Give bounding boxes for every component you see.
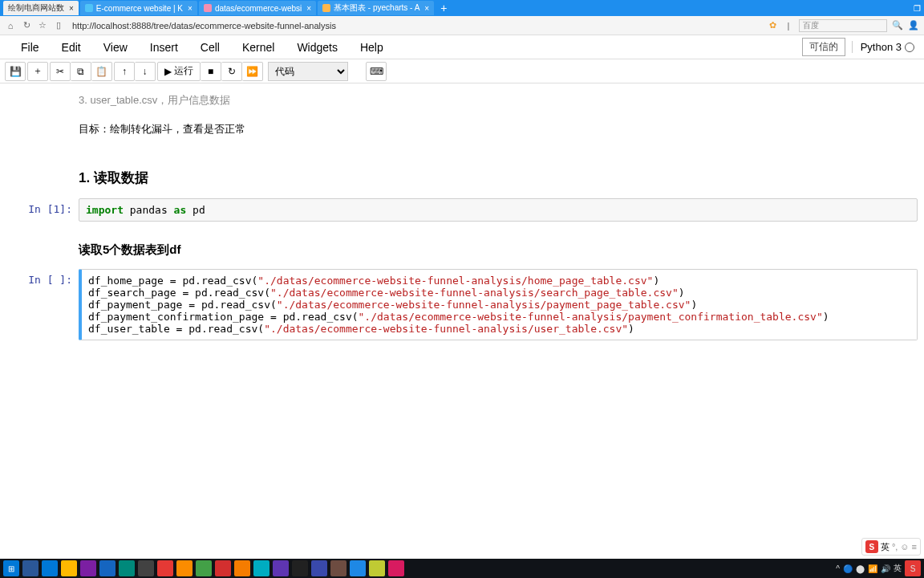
move-down-button[interactable]: ↓ (135, 62, 156, 81)
shield-icon[interactable]: ▯ (53, 20, 64, 31)
notebook-area[interactable]: 3. user_table.csv，用户信息数据 目标：绘制转化漏斗，查看是否正… (0, 83, 924, 559)
task-item[interactable] (176, 560, 192, 576)
close-icon[interactable]: × (69, 4, 74, 13)
task-item[interactable] (119, 560, 135, 576)
tray-icon[interactable]: ⬤ (856, 564, 865, 573)
tab-label: 绘制电商网站数 (8, 2, 64, 14)
task-item[interactable] (292, 560, 308, 576)
code-cell[interactable]: In [1]: import pandas as pd (6, 198, 918, 222)
restart-run-all-button[interactable]: ⏩ (242, 62, 263, 81)
task-item[interactable] (330, 560, 346, 576)
menu-help[interactable]: Help (349, 38, 395, 57)
page-icon (204, 4, 212, 12)
close-icon[interactable]: × (424, 4, 429, 13)
markdown-cell[interactable]: 读取5个数据表到df (6, 225, 918, 266)
tray-volume-icon[interactable]: 🔊 (881, 564, 890, 573)
code-text: ) (653, 275, 659, 287)
task-item[interactable] (234, 560, 250, 576)
tray-ime-icon[interactable]: 英 (894, 563, 902, 574)
menu-view[interactable]: View (92, 38, 139, 57)
code-text: pd (186, 204, 205, 216)
edge-icon[interactable] (42, 560, 58, 576)
command-palette-button[interactable]: ⌨ (366, 62, 387, 81)
menu-cell[interactable]: Cell (189, 38, 231, 57)
browser-address-bar: ⌂ ↻ ☆ ▯ http://localhost:8888/tree/datas… (0, 16, 924, 35)
task-item[interactable] (196, 560, 212, 576)
close-icon[interactable]: × (188, 4, 192, 13)
restart-button[interactable]: ↻ (221, 62, 242, 81)
menu-widgets[interactable]: Widgets (286, 38, 349, 57)
run-button[interactable]: ▶ 运行 (157, 62, 201, 81)
browser-tab[interactable]: datas/ecommerce-websi × (199, 1, 316, 15)
ime-lang: 英 (881, 541, 890, 553)
paste-button[interactable]: 📋 (91, 62, 112, 81)
string: "./datas/ecommerce-website-funnel-analys… (359, 311, 823, 323)
task-item[interactable] (369, 560, 385, 576)
task-item[interactable] (311, 560, 327, 576)
start-button[interactable]: ⊞ (3, 560, 19, 576)
move-up-button[interactable]: ↑ (114, 62, 135, 81)
browser-tab[interactable]: 基本图表 - pyecharts - A × (318, 1, 434, 15)
task-item[interactable] (253, 560, 270, 576)
jupyter-menubar: File Edit View Insert Cell Kernel Widget… (0, 35, 924, 59)
tray-icon[interactable]: 🔵 (843, 564, 853, 573)
home-icon[interactable]: ⌂ (5, 20, 16, 31)
ime-punct-icon: °, (892, 542, 898, 552)
search-icon[interactable]: 🔍 (892, 20, 903, 31)
task-item[interactable] (157, 560, 173, 576)
ime-indicator[interactable]: S 英 °, ☺ ≡ (861, 538, 921, 556)
cut-button[interactable]: ✂ (50, 62, 71, 81)
tray-sogou-icon[interactable]: S (905, 560, 921, 576)
task-item[interactable] (388, 560, 404, 576)
code-text: ) (823, 311, 829, 323)
menu-file[interactable]: File (10, 38, 51, 57)
celltype-select[interactable]: 代码 (268, 62, 348, 81)
system-tray[interactable]: ^ 🔵 ⬤ 📶 🔊 英 S (836, 560, 921, 576)
save-button[interactable]: 💾 (5, 62, 26, 81)
windows-taskbar: ⊞ ^ 🔵 ⬤ 📶 🔊 英 S (0, 559, 924, 578)
tray-network-icon[interactable]: 📶 (868, 564, 877, 573)
interrupt-button[interactable]: ■ (201, 62, 221, 81)
code-text: pandas (124, 204, 174, 216)
tab-label: datas/ecommerce-websi (215, 4, 302, 13)
cell-prompt (6, 225, 79, 266)
code-input[interactable]: df_home_page = pd.read_csv("./datas/ecom… (79, 269, 918, 340)
code-input[interactable]: import pandas as pd (79, 198, 918, 222)
menu-kernel[interactable]: Kernel (231, 38, 286, 57)
task-item[interactable] (22, 560, 38, 576)
refresh-icon[interactable]: ↻ (21, 20, 32, 31)
copy-button[interactable]: ⧉ (71, 62, 91, 81)
subsection-heading: 读取5个数据表到df (79, 242, 918, 258)
star-icon[interactable]: ☆ (37, 20, 48, 31)
task-item[interactable] (99, 560, 116, 576)
code-cell-selected[interactable]: In [ ]: df_home_page = pd.read_csv("./da… (6, 269, 918, 340)
task-item[interactable] (350, 560, 366, 576)
close-icon[interactable]: × (306, 4, 311, 13)
markdown-cell[interactable]: 3. user_table.csv，用户信息数据 目标：绘制转化漏斗，查看是否正… (6, 87, 918, 195)
page-icon (85, 4, 93, 12)
menu-edit[interactable]: Edit (51, 38, 92, 57)
extension-icon[interactable]: ✿ (767, 20, 778, 31)
task-item[interactable] (215, 560, 231, 576)
ime-emoji-icon: ☺ (900, 542, 909, 552)
browser-tab[interactable]: E-commerce website | K × (80, 1, 197, 15)
url-input[interactable]: http://localhost:8888/tree/datas/ecommer… (69, 21, 762, 31)
task-item[interactable] (138, 560, 154, 576)
tray-chevron-icon[interactable]: ^ (836, 564, 840, 573)
add-cell-button[interactable]: ＋ (27, 62, 48, 81)
trusted-indicator[interactable]: 可信的 (802, 38, 845, 56)
code-text: df_search_page = pd.read_csv( (88, 287, 270, 299)
menu-insert[interactable]: Insert (139, 38, 189, 57)
code-text: df_payment_page = pd.read_csv( (88, 299, 277, 311)
task-item[interactable] (273, 560, 289, 576)
search-input[interactable]: 百度 (799, 19, 887, 32)
kw: as (174, 204, 187, 216)
kernel-status[interactable]: Python 3 (852, 41, 914, 53)
browser-tab-active[interactable]: 绘制电商网站数 × (3, 1, 79, 15)
window-restore-icon[interactable]: ❐ (914, 4, 921, 13)
explorer-icon[interactable] (61, 560, 77, 576)
tab-label: 基本图表 - pyecharts - A (334, 2, 419, 14)
new-tab-button[interactable]: + (436, 2, 452, 14)
task-item[interactable] (80, 560, 96, 576)
user-icon[interactable]: 👤 (908, 20, 919, 31)
